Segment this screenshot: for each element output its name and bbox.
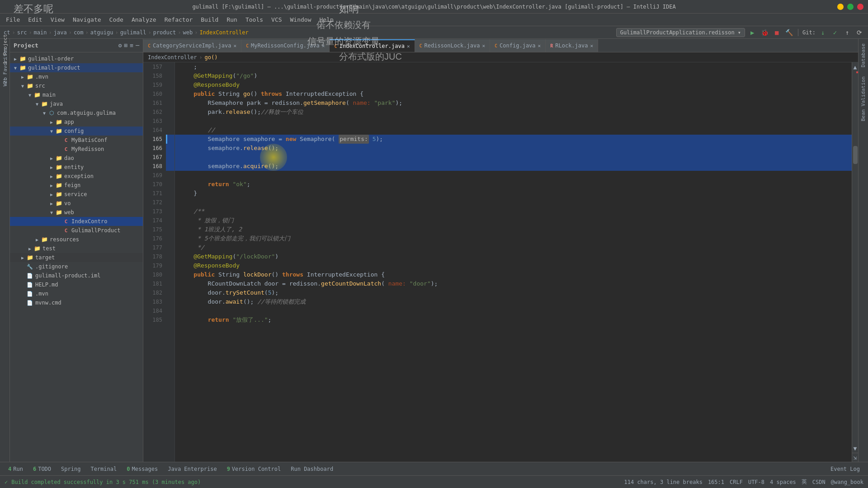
tree-arrow-order[interactable]: ▶	[12, 55, 19, 62]
tree-arrow-main[interactable]: ▼	[26, 91, 33, 99]
tree-arrow-target[interactable]: ▶	[19, 254, 26, 261]
build-button[interactable]: 🔨	[784, 28, 794, 38]
project-layout-icon[interactable]: ⊞	[124, 42, 128, 49]
tab-close-redissonlock[interactable]: ✕	[482, 43, 485, 49]
status-encoding[interactable]: UTF-8	[748, 479, 764, 485]
nav-go-method[interactable]: go()	[205, 54, 218, 61]
tab-config[interactable]: C Config.java ✕	[490, 39, 546, 52]
nav-indexcontroller[interactable]: IndexController	[148, 54, 197, 61]
tree-item-mvn2[interactable]: 📄 .mvn	[10, 289, 143, 298]
right-tab-bean-validation[interactable]: Bean Validation	[859, 72, 868, 126]
bottom-tab-run[interactable]: 4 Run	[4, 464, 28, 474]
status-spaces[interactable]: 4 spaces	[770, 479, 796, 485]
menu-vcs[interactable]: VCS	[268, 15, 285, 24]
status-line-sep[interactable]: CRLF	[730, 479, 743, 485]
tree-arrow-test[interactable]: ▶	[26, 245, 33, 252]
tree-arrow-config[interactable]: ▼	[48, 127, 55, 135]
tree-item-exception[interactable]: ▶ 📁 exception	[10, 172, 143, 181]
project-collapse-icon[interactable]: ─	[136, 42, 139, 49]
bottom-tab-spring[interactable]: Spring	[57, 464, 85, 474]
tree-item-iml[interactable]: 📄 gulimall-product.iml	[10, 271, 143, 280]
tab-categoryserviceimpl[interactable]: C CategoryServiceImpl.java ✕	[143, 39, 241, 52]
tree-arrow-service[interactable]: ▶	[48, 191, 55, 198]
menu-view[interactable]: View	[47, 15, 68, 24]
tab-close-index[interactable]: ✕	[407, 43, 410, 49]
tree-item-gulimall-order[interactable]: ▶ 📁 gulimall-order	[10, 54, 143, 63]
tree-arrow-product[interactable]: ▼	[12, 64, 19, 71]
menu-refactor[interactable]: Refactor	[161, 15, 197, 24]
tree-item-app[interactable]: ▶ 📁 app	[10, 117, 143, 127]
maximize-button[interactable]: □	[847, 4, 854, 10]
tree-item-mvn[interactable]: ▶ 📁 .mvn	[10, 72, 143, 81]
tab-redissonlock[interactable]: C RedissonLock.java ✕	[415, 39, 490, 52]
tree-arrow-web[interactable]: ▼	[48, 209, 55, 216]
editor-content[interactable]: 157 158 159 160 161 162 163 164 165 166 …	[143, 62, 858, 462]
tree-item-src[interactable]: ▼ 📁 src	[10, 81, 143, 90]
breadcrumb-main[interactable]: main	[34, 29, 47, 36]
code-view[interactable]: ; @GetMapping("/go") @ResponseBody publi…	[175, 62, 852, 462]
scroll-track[interactable]	[852, 71, 858, 444]
menu-code[interactable]: Code	[106, 15, 127, 24]
close-button[interactable]: ✕	[857, 4, 863, 10]
tree-item-indexcontroller[interactable]: C IndexContro	[10, 217, 143, 226]
breadcrumb-gulimall[interactable]: gulimall	[120, 29, 146, 36]
menu-tools[interactable]: Tools	[242, 15, 267, 24]
tree-item-myredisson[interactable]: C MyRedisson	[10, 145, 143, 154]
tree-item-mybatis[interactable]: C MyBatisConf	[10, 136, 143, 145]
menu-help[interactable]: Help	[316, 15, 337, 24]
menu-analyze[interactable]: Analyze	[128, 15, 160, 24]
tree-item-java[interactable]: ▼ 📁 java	[10, 99, 143, 108]
stop-button[interactable]: ■	[772, 28, 782, 38]
build-status-text[interactable]: Build completed successfully in 3 s 751 …	[11, 479, 201, 485]
breadcrumb-com[interactable]: com	[74, 29, 84, 36]
tab-indexcontroller[interactable]: C IndexController.java ✕	[330, 39, 415, 52]
menu-run[interactable]: Run	[223, 15, 241, 24]
tab-rlock[interactable]: R RLock.java ✕	[546, 39, 598, 52]
status-chars[interactable]: 114 chars, 3 line breaks	[624, 479, 703, 485]
tree-arrow-app[interactable]: ▶	[48, 118, 55, 126]
tree-item-config[interactable]: ▼ 📁 config	[10, 127, 143, 136]
breadcrumb-src[interactable]: src	[17, 29, 27, 36]
tree-arrow-src[interactable]: ▼	[19, 82, 26, 89]
project-settings-icon[interactable]: ⚙	[118, 42, 122, 49]
tree-item-helpmd[interactable]: 📄 HELP.md	[10, 280, 143, 289]
tree-item-test[interactable]: ▶ 📁 test	[10, 244, 143, 253]
breadcrumb-atguigu[interactable]: atguigu	[90, 29, 113, 36]
web-icon[interactable]: Web	[0, 77, 9, 86]
favorites-icon[interactable]: 2: Favorites	[0, 61, 9, 70]
bottom-tab-eventlog[interactable]: Event Log	[826, 464, 864, 474]
git-push-button[interactable]: ↑	[842, 28, 852, 38]
tree-item-target[interactable]: ▶ 📁 target	[10, 253, 143, 262]
tree-item-vo[interactable]: ▶ 📁 vo	[10, 199, 143, 208]
tree-arrow-vo[interactable]: ▶	[48, 200, 55, 207]
status-lang[interactable]: 英	[802, 478, 807, 486]
tree-item-service[interactable]: ▶ 📁 service	[10, 190, 143, 199]
bottom-tab-versioncontrol[interactable]: 9 Version Control	[222, 464, 286, 474]
breadcrumb-indexcontroller[interactable]: IndexController	[199, 29, 248, 36]
breadcrumb-web[interactable]: web	[183, 29, 193, 36]
tree-arrow-feign[interactable]: ▶	[48, 182, 55, 189]
tree-item-package[interactable]: ▼ ⬡ com.atguigu.gulima	[10, 108, 143, 117]
git-update-button[interactable]: ↓	[818, 28, 828, 38]
bottom-tab-messages[interactable]: 0 Messages	[122, 464, 162, 474]
git-history-button[interactable]: ⟳	[854, 28, 864, 38]
scroll-end-button[interactable]: ⇲	[852, 453, 858, 462]
menu-edit[interactable]: Edit	[24, 15, 46, 24]
tab-close-rlock[interactable]: ✕	[590, 43, 593, 49]
tab-close-redisson[interactable]: ✕	[322, 43, 325, 49]
tree-item-feign[interactable]: ▶ 📁 feign	[10, 181, 143, 190]
right-tab-database[interactable]: Database	[859, 39, 868, 72]
project-settings2-icon[interactable]: ≡	[130, 42, 133, 49]
tree-item-gitignore[interactable]: 🔧 .gitignore	[10, 262, 143, 271]
tree-item-gulimall-product[interactable]: ▼ 📁 gulimall-product	[10, 63, 143, 72]
breadcrumb-java[interactable]: java	[54, 29, 67, 36]
breadcrumb-product[interactable]: product	[153, 29, 176, 36]
scroll-thumb[interactable]	[853, 146, 858, 164]
git-commit-button[interactable]: ✓	[830, 28, 840, 38]
run-config-selector[interactable]: GulimallProductApplication.redisson ▾	[616, 28, 745, 37]
tree-arrow-mvn[interactable]: ▶	[19, 73, 26, 80]
bottom-tab-rundashboard[interactable]: Run Dashboard	[286, 464, 338, 474]
tree-arrow-dao[interactable]: ▶	[48, 155, 55, 162]
tree-item-main[interactable]: ▼ 📁 main	[10, 90, 143, 99]
tab-myredissonconfig[interactable]: C MyRedissonConfig.java ✕	[241, 39, 330, 52]
